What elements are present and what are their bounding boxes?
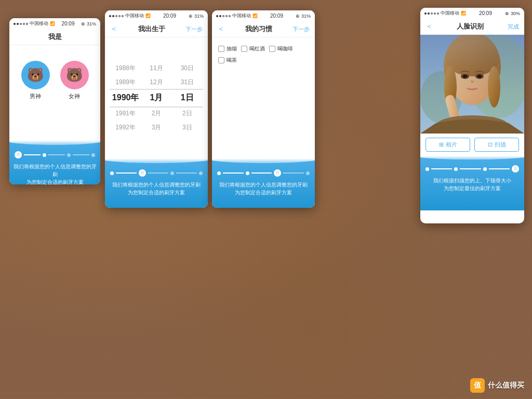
screen4-face-recognition: 中国移动 📶 20:09 ⊕ 30% ＜ 人脸识别 完成 xyxy=(420,8,524,223)
female-avatar: 🐻 xyxy=(60,61,89,89)
prog-dot-4c xyxy=(483,167,487,171)
next-btn-2[interactable]: 下一步 xyxy=(185,25,203,33)
progress-bar-4: 🦷 xyxy=(420,162,524,175)
prog-dot-2a xyxy=(110,171,114,175)
day-row-4: 3日 xyxy=(172,121,203,135)
prog-dot-2c xyxy=(199,171,203,175)
status-bar-3: 中国移动 📶 20:09 ⊕ 31% xyxy=(212,10,315,21)
prog-dot-3b xyxy=(246,171,249,175)
habit-coffee-checkbox[interactable] xyxy=(269,46,275,52)
habit-smoke-label: 抽烟 xyxy=(227,45,237,52)
face-action-row: ⊞ 相片 ⊡ 扫描 xyxy=(420,134,524,156)
carrier-4: 中国移动 xyxy=(441,10,459,17)
prog-line-1b xyxy=(48,154,65,155)
month-row-1: 12月 xyxy=(141,75,171,89)
photo-btn-label: 相片 xyxy=(446,141,457,149)
progress-bar-1: 🦷 xyxy=(9,148,100,161)
done-btn-4[interactable]: 完成 xyxy=(508,23,519,31)
footer-text-4: 我们根据扫描您的上、下颌骨大小 为您制定最佳的刷牙方案 xyxy=(420,175,524,196)
habit-smoke-checkbox[interactable] xyxy=(218,46,224,52)
screen2-title: 我出生于 xyxy=(138,24,165,34)
progress-bar-2: 🦷 xyxy=(105,166,208,179)
prog-line-4b xyxy=(460,168,481,169)
prog-line-2a xyxy=(116,172,137,174)
footer-line1-1: 我们将根据您的个人信息调整您的牙刷 xyxy=(12,163,97,178)
prog-line-4a xyxy=(431,168,452,169)
screen1-title: 我是 xyxy=(48,32,62,42)
watermark-text: 什么值得买 xyxy=(488,381,524,390)
male-label: 男神 xyxy=(30,92,41,100)
watermark: 值 什么值得买 xyxy=(470,378,524,393)
prog-line-3c xyxy=(283,172,304,174)
habit-wine-checkbox[interactable] xyxy=(241,46,247,52)
prog-dot-1c xyxy=(91,153,95,157)
wifi-icon-4: 📶 xyxy=(461,11,466,16)
habit-tea[interactable]: 喝茶 xyxy=(218,57,237,64)
prog-line-2c xyxy=(176,172,197,174)
photo-btn[interactable]: ⊞ 相片 xyxy=(425,138,470,152)
battery-icon-3: ⊕ xyxy=(296,14,300,19)
prog-dot-4a xyxy=(425,167,429,171)
battery-text-3: 31% xyxy=(301,14,311,19)
status-bar-2: 中国移动 📶 20:09 ⊕ 31% xyxy=(105,10,208,21)
time-1: 20:09 xyxy=(61,21,74,26)
time-4: 20:09 xyxy=(479,10,492,16)
female-label: 女神 xyxy=(69,92,80,100)
prog-dot-2b xyxy=(170,171,174,175)
screen2-birthdate: 中国移动 📶 20:09 ⊕ 31% ＜ 我出生于 下一步 1988年 1989… xyxy=(105,10,208,208)
svg-point-10 xyxy=(463,75,467,78)
footer-text-2: 我们将根据您的个人信息调整您的牙刷 为您制定合适的刷牙方案 xyxy=(105,179,208,201)
nav-bar-4: ＜ 人脸识别 完成 xyxy=(420,19,524,35)
habit-coffee[interactable]: 喝咖啡 xyxy=(269,45,293,52)
carrier-2: 中国移动 xyxy=(125,12,144,19)
watermark-logo: 值 xyxy=(470,378,485,393)
battery-text-1: 31% xyxy=(87,21,96,26)
habit-coffee-label: 喝咖啡 xyxy=(277,45,293,52)
screen3-habits: 中国移动 📶 20:09 ⊕ 31% ＜ 我的习惯 下一步 抽烟 xyxy=(212,10,315,208)
habit-wine-label: 喝红酒 xyxy=(249,45,265,52)
date-picker[interactable]: 1988年 1989年 1990年 1991年 1992年 11月 12月 1月… xyxy=(105,37,208,158)
back-btn-3[interactable]: ＜ xyxy=(217,24,224,34)
back-btn-2[interactable]: ＜ xyxy=(110,24,117,34)
next-btn-3[interactable]: 下一步 xyxy=(292,25,310,33)
habit-wine[interactable]: 喝红酒 xyxy=(241,45,265,52)
footer-line2-3: 为您制定合适的刷牙方案 xyxy=(215,189,312,196)
prog-line-4c xyxy=(489,168,510,169)
day-row-1: 31日 xyxy=(172,75,203,89)
prog-line-2b xyxy=(148,172,169,174)
wave-4 xyxy=(420,156,524,162)
prog-dot-1b xyxy=(67,153,71,157)
prog-dot-1a xyxy=(43,153,46,157)
nav-bar-3: ＜ 我的习惯 下一步 xyxy=(212,21,315,37)
prog-tooth-2: 🦷 xyxy=(139,169,146,177)
svg-point-9 xyxy=(475,74,484,79)
battery-pct-1: ⊕ xyxy=(81,21,85,26)
screen1-gender: 中国移动 📶 20:09 ⊕ 31% 我是 🐻 男神 xyxy=(9,18,100,184)
habit-tea-label: 喝茶 xyxy=(227,57,237,64)
month-row-0: 11月 xyxy=(141,61,171,75)
progress-bar-3: 🦷 xyxy=(212,166,315,179)
female-option[interactable]: 🐻 女神 xyxy=(60,61,89,100)
carrier-3: 中国移动 xyxy=(232,12,251,19)
male-option[interactable]: 🐻 男神 xyxy=(21,61,50,100)
habit-smoke[interactable]: 抽烟 xyxy=(218,45,237,52)
footer-line2-1: 为您制定合适的刷牙方案 xyxy=(12,178,97,184)
month-row-4: 3月 xyxy=(141,121,171,135)
footer-4: 🦷 我们根据扫描您的上、下颌骨大小 为您制定最佳的刷牙方案 xyxy=(420,156,524,210)
wifi-icon-3: 📶 xyxy=(252,14,258,18)
prog-tooth-3: 🦷 xyxy=(274,169,281,177)
wave-3 xyxy=(212,158,315,166)
prog-tooth-4: 🦷 xyxy=(512,165,519,172)
prog-tooth-1: 🦷 xyxy=(15,151,22,158)
prog-line-1a xyxy=(24,154,41,155)
habit-tea-checkbox[interactable] xyxy=(218,57,224,63)
battery-text-2: 31% xyxy=(194,14,204,19)
battery-icon-2: ⊕ xyxy=(189,14,193,19)
battery-icon-4: ⊕ xyxy=(505,11,509,16)
scan-btn[interactable]: ⊡ 扫描 xyxy=(474,138,519,152)
footer-line1-4: 我们根据扫描您的上、下颌骨大小 xyxy=(423,177,521,184)
face-photo-area xyxy=(420,35,524,134)
time-2: 20:09 xyxy=(163,13,176,19)
back-btn-4[interactable]: ＜ xyxy=(425,22,433,31)
photo-icon: ⊞ xyxy=(439,141,444,148)
